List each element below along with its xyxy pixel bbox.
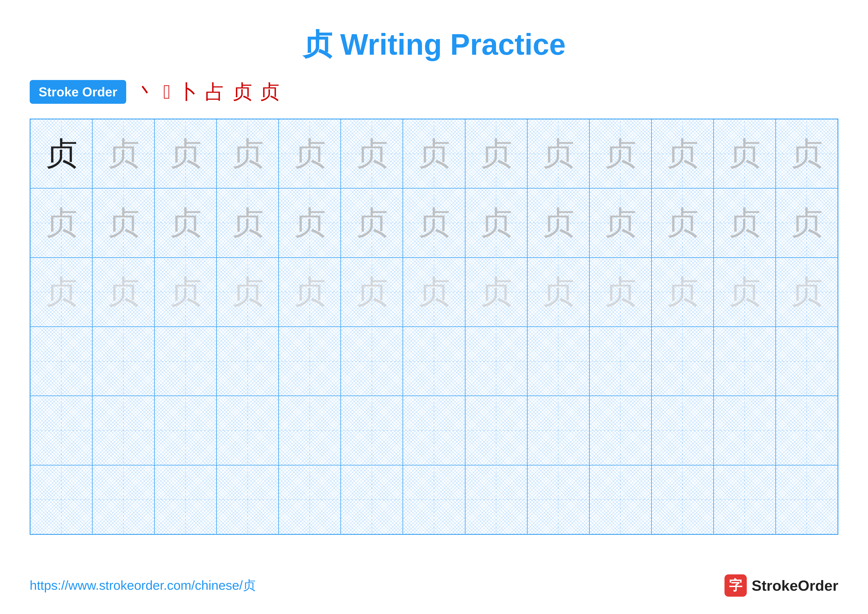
grid-cell[interactable]	[651, 465, 714, 534]
grid-cell[interactable]: 贞	[92, 258, 154, 327]
grid-cell[interactable]	[589, 327, 651, 396]
grid-cell[interactable]	[527, 465, 589, 534]
practice-char: 贞	[294, 276, 326, 308]
grid-cell[interactable]: 贞	[589, 119, 651, 188]
grid-cell[interactable]	[279, 396, 341, 465]
grid-cell[interactable]: 贞	[465, 258, 527, 327]
grid-cell[interactable]: 贞	[30, 188, 92, 257]
grid-cell[interactable]	[217, 465, 279, 534]
grid-cell[interactable]	[279, 465, 341, 534]
grid-cell[interactable]: 贞	[403, 119, 465, 188]
grid-cell[interactable]	[217, 396, 279, 465]
stroke-6: 贞	[260, 82, 279, 102]
grid-cell[interactable]	[465, 327, 527, 396]
grid-cell[interactable]: 贞	[776, 188, 838, 257]
grid-cell[interactable]: 贞	[217, 258, 279, 327]
practice-char: 贞	[356, 276, 388, 308]
practice-char: 贞	[356, 207, 388, 239]
grid-cell[interactable]	[465, 396, 527, 465]
grid-cell[interactable]	[30, 327, 92, 396]
grid-cell[interactable]: 贞	[30, 258, 92, 327]
grid-cell[interactable]: 贞	[776, 258, 838, 327]
grid-cell[interactable]	[92, 396, 154, 465]
practice-char: 贞	[418, 276, 450, 308]
practice-char: 贞	[666, 138, 699, 170]
grid-cell[interactable]	[217, 327, 279, 396]
grid-cell[interactable]	[714, 396, 776, 465]
grid-cell[interactable]: 贞	[154, 188, 217, 257]
stroke-2: 𠃌	[163, 82, 170, 102]
grid-cell[interactable]: 贞	[403, 188, 465, 257]
grid-cell[interactable]: 贞	[714, 258, 776, 327]
grid-cell[interactable]: 贞	[714, 188, 776, 257]
practice-char: 贞	[45, 207, 78, 239]
grid-cell[interactable]	[403, 327, 465, 396]
grid-cell[interactable]: 贞	[589, 258, 651, 327]
grid-cell[interactable]: 贞	[279, 258, 341, 327]
grid-cell[interactable]	[92, 327, 154, 396]
grid-cell[interactable]: 贞	[465, 188, 527, 257]
grid-cell[interactable]: 贞	[92, 119, 154, 188]
grid-cell[interactable]: 贞	[527, 119, 589, 188]
page-container: 贞 Writing Practice Stroke Order 丶 𠃌 卜 占 …	[0, 0, 868, 614]
grid-cell[interactable]	[714, 465, 776, 534]
grid-cell[interactable]	[714, 327, 776, 396]
grid-cell[interactable]: 贞	[714, 119, 776, 188]
grid-cell[interactable]	[776, 465, 838, 534]
grid-cell[interactable]	[776, 327, 838, 396]
grid-cell[interactable]: 贞	[30, 119, 92, 188]
stroke-sequence: 丶 𠃌 卜 占 贞 贞	[136, 82, 279, 102]
practice-char: 贞	[480, 276, 512, 308]
stroke-3: 卜	[178, 82, 198, 102]
grid-cell[interactable]	[403, 465, 465, 534]
grid-cell[interactable]	[92, 465, 154, 534]
grid-cell[interactable]: 贞	[279, 188, 341, 257]
grid-cell[interactable]	[651, 396, 714, 465]
footer-brand: 字 StrokeOrder	[724, 574, 838, 597]
grid-cell[interactable]: 贞	[465, 119, 527, 188]
grid-cell[interactable]	[279, 327, 341, 396]
grid-cell[interactable]: 贞	[154, 119, 217, 188]
practice-char: 贞	[294, 138, 326, 170]
grid-cell[interactable]: 贞	[341, 258, 403, 327]
grid-cell[interactable]	[341, 327, 403, 396]
grid-cell[interactable]	[341, 396, 403, 465]
grid-cell[interactable]	[341, 465, 403, 534]
grid-cell[interactable]: 贞	[589, 188, 651, 257]
grid-cell[interactable]: 贞	[217, 188, 279, 257]
grid-cell[interactable]: 贞	[154, 258, 217, 327]
grid-cell[interactable]	[651, 327, 714, 396]
grid-cell[interactable]	[527, 327, 589, 396]
grid-cell[interactable]: 贞	[651, 258, 714, 327]
grid-cell[interactable]: 贞	[341, 188, 403, 257]
grid-cell[interactable]: 贞	[651, 188, 714, 257]
grid-cell[interactable]	[154, 396, 217, 465]
grid-cell[interactable]: 贞	[651, 119, 714, 188]
grid-cell[interactable]: 贞	[527, 258, 589, 327]
grid-cell[interactable]	[527, 396, 589, 465]
grid-cell[interactable]	[589, 465, 651, 534]
grid-cell[interactable]	[30, 396, 92, 465]
grid-cell[interactable]	[30, 465, 92, 534]
grid-cell[interactable]	[776, 396, 838, 465]
grid-cell[interactable]: 贞	[403, 258, 465, 327]
grid-cell[interactable]: 贞	[217, 119, 279, 188]
grid-cell[interactable]	[403, 396, 465, 465]
grid-cell[interactable]	[154, 465, 217, 534]
practice-char: 贞	[666, 207, 699, 239]
grid-cell[interactable]: 贞	[776, 119, 838, 188]
grid-cell[interactable]	[589, 396, 651, 465]
practice-char: 贞	[232, 207, 264, 239]
footer-logo-icon: 字	[724, 574, 747, 597]
grid-cell[interactable]	[154, 327, 217, 396]
practice-char: 贞	[728, 207, 761, 239]
grid-cell[interactable]	[465, 465, 527, 534]
grid-cell[interactable]: 贞	[279, 119, 341, 188]
grid-cell[interactable]: 贞	[527, 188, 589, 257]
grid-cell[interactable]: 贞	[92, 188, 154, 257]
grid-cell[interactable]: 贞	[341, 119, 403, 188]
practice-char: 贞	[604, 276, 636, 308]
practice-char: 贞	[294, 207, 326, 239]
practice-char: 贞	[107, 207, 140, 239]
practice-char: 贞	[107, 276, 140, 308]
